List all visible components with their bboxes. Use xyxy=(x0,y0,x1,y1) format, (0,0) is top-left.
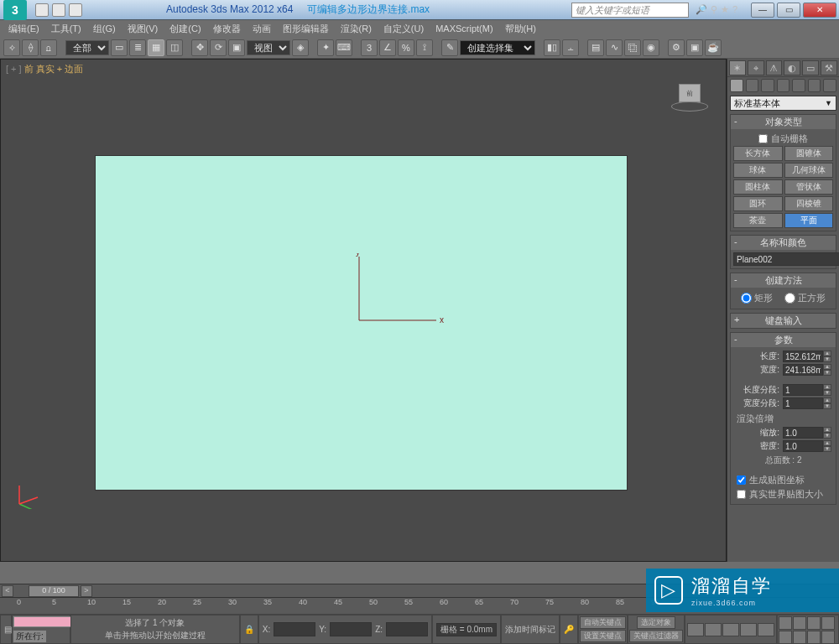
menu-graph-editors[interactable]: 图形编辑器 xyxy=(283,23,329,35)
vp-menu-plus[interactable]: [ + ] xyxy=(6,64,22,74)
time-prev[interactable]: < xyxy=(2,585,13,597)
prim-torus[interactable]: 圆环 xyxy=(733,196,783,211)
tab-utilities[interactable]: ⚒ xyxy=(821,60,837,75)
qat-redo[interactable] xyxy=(52,3,65,17)
auto-grid-checkbox[interactable] xyxy=(758,134,768,143)
unlink-icon[interactable]: ⟠ xyxy=(22,39,39,56)
pivot-icon[interactable]: ◈ xyxy=(292,39,309,56)
menu-maxscript[interactable]: MAXScript(M) xyxy=(435,23,492,34)
zoom-icon[interactable] xyxy=(793,616,806,630)
menu-group[interactable]: 组(G) xyxy=(93,23,116,35)
fov-icon[interactable] xyxy=(821,616,835,630)
viewport[interactable]: y x [ + ] 前 真实 + 边面 前 xyxy=(0,59,727,562)
keymode-icon[interactable]: ⌨ xyxy=(336,39,352,56)
prim-box[interactable]: 长方体 xyxy=(733,146,783,161)
viewcube-face[interactable]: 前 xyxy=(679,84,701,102)
subtab-helpers[interactable] xyxy=(792,79,805,92)
minimize-button[interactable]: — xyxy=(751,3,774,18)
rollout-head-name-color[interactable]: -名称和颜色 xyxy=(731,236,836,250)
realworld-checkbox[interactable] xyxy=(737,490,746,499)
tab-display[interactable]: ▭ xyxy=(802,60,819,75)
script-input[interactable] xyxy=(13,616,72,627)
prim-sphere[interactable]: 球体 xyxy=(733,163,783,178)
rotate-icon[interactable]: ⟳ xyxy=(210,39,227,56)
plane-object[interactable]: y x xyxy=(95,155,628,491)
help-search-input[interactable]: 键入关键字或短语 xyxy=(571,3,689,18)
subtab-cameras[interactable] xyxy=(777,79,790,92)
key-icon[interactable]: ⚲ xyxy=(711,4,717,15)
subtab-geometry[interactable] xyxy=(730,79,743,92)
prim-cone[interactable]: 圆锥体 xyxy=(784,146,834,161)
tab-hierarchy[interactable]: ⩚ xyxy=(766,60,783,75)
length-down[interactable]: ▼ xyxy=(823,356,831,362)
prim-cylinder[interactable]: 圆柱体 xyxy=(733,179,783,195)
auto-key-button[interactable]: 自动关键点 xyxy=(580,616,626,629)
layers-icon[interactable]: ▤ xyxy=(587,39,604,56)
select-icon[interactable]: ▭ xyxy=(111,39,128,56)
subtab-systems[interactable] xyxy=(823,79,836,92)
wseg-input[interactable] xyxy=(783,397,823,409)
close-button[interactable]: ✕ xyxy=(803,3,836,18)
rollout-head-create-method[interactable]: -创建方法 xyxy=(731,273,836,288)
rendered-frame-icon[interactable]: ▣ xyxy=(686,39,703,56)
gen-mapcoords-checkbox[interactable] xyxy=(737,475,746,485)
menu-views[interactable]: 视图(V) xyxy=(128,23,159,35)
menu-help[interactable]: 帮助(H) xyxy=(505,23,536,35)
tab-motion[interactable]: ◐ xyxy=(784,60,800,75)
selection-filter[interactable]: 全部 xyxy=(65,40,109,55)
mirror-icon[interactable]: ▮▯ xyxy=(544,39,560,56)
subtab-lights[interactable] xyxy=(761,79,774,92)
maximize-button[interactable]: ▭ xyxy=(777,3,800,18)
material-editor-icon[interactable]: ◉ xyxy=(643,39,659,56)
help-icon[interactable]: ? xyxy=(732,4,737,15)
prev-frame-icon[interactable] xyxy=(705,623,722,636)
time-next[interactable]: > xyxy=(81,585,92,597)
snap-icon[interactable]: 3 xyxy=(361,39,378,56)
curve-editor-icon[interactable]: ∿ xyxy=(606,39,623,56)
named-sel-set[interactable]: 创建选择集 xyxy=(460,40,535,55)
align-icon[interactable]: ⫠ xyxy=(562,39,579,56)
time-handle[interactable]: 0 / 100 xyxy=(29,585,79,597)
orbit-icon[interactable] xyxy=(793,631,806,644)
x-input[interactable] xyxy=(274,622,315,636)
qat-link[interactable] xyxy=(69,3,82,17)
density-input[interactable] xyxy=(783,440,823,452)
time-tag-key-icon[interactable]: 🔑 xyxy=(560,615,578,644)
subtab-spacewarps[interactable] xyxy=(808,79,821,92)
next-frame-icon[interactable] xyxy=(740,623,757,636)
tab-modify[interactable]: ⌖ xyxy=(748,60,764,75)
vp-view-name[interactable]: 前 xyxy=(24,64,34,74)
app-logo[interactable]: 3 xyxy=(3,0,27,20)
zoom-extents-icon[interactable] xyxy=(779,631,792,644)
radio-square[interactable] xyxy=(784,293,795,304)
transform-gizmo[interactable]: y x xyxy=(356,253,456,337)
menu-rendering[interactable]: 渲染(R) xyxy=(341,23,372,35)
rollout-head-params[interactable]: -参数 xyxy=(731,333,836,347)
bind-icon[interactable]: ⩍ xyxy=(40,39,57,56)
subtab-shapes[interactable] xyxy=(746,79,759,92)
prim-geosphere[interactable]: 几何球体 xyxy=(784,163,834,178)
rollout-head-kb[interactable]: +键盘输入 xyxy=(731,314,836,328)
goto-start-icon[interactable] xyxy=(687,623,704,636)
z-input[interactable] xyxy=(386,622,428,636)
zoom-all-icon[interactable] xyxy=(807,616,821,630)
rollout-head-object-type[interactable]: -对象类型 xyxy=(731,115,836,129)
window-crossing-icon[interactable]: ◫ xyxy=(166,39,183,56)
menu-edit[interactable]: 编辑(E) xyxy=(8,23,39,35)
radio-rectangle[interactable] xyxy=(741,293,752,304)
scale-icon[interactable]: ▣ xyxy=(228,39,245,56)
y-input[interactable] xyxy=(330,622,372,636)
prim-pyramid[interactable]: 四棱锥 xyxy=(784,196,834,211)
play-icon[interactable] xyxy=(722,623,739,636)
manip-icon[interactable]: ✦ xyxy=(317,39,334,56)
viewport-label[interactable]: [ + ] 前 真实 + 边面 xyxy=(6,63,83,75)
selected-set[interactable]: 选定对象 xyxy=(637,616,675,629)
viewcube[interactable]: 前 xyxy=(670,76,709,110)
length-input[interactable] xyxy=(783,351,823,362)
select-region-icon[interactable]: ▦ xyxy=(148,39,164,56)
angle-snap-icon[interactable]: ∠ xyxy=(379,39,396,56)
select-name-icon[interactable]: ≣ xyxy=(129,39,146,56)
move-icon[interactable]: ✥ xyxy=(191,39,208,56)
lseg-input[interactable] xyxy=(783,384,823,396)
object-name-input[interactable] xyxy=(733,252,839,266)
